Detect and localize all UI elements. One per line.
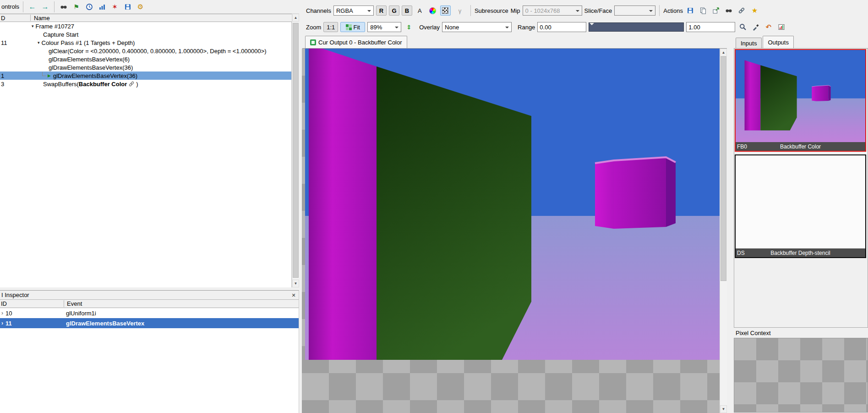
tree-row-draw-36-selected[interactable]: 1 ▶ glDrawElementsBaseVertex(36)	[0, 72, 291, 80]
follow-link-button[interactable]	[737, 6, 747, 16]
toolbar-separator	[659, 5, 660, 16]
nav-back-button[interactable]: ←	[27, 2, 38, 12]
texture-tabbar: Cur Output 0 - Backbuffer Color	[302, 36, 727, 49]
zoom-value: 89%	[370, 24, 382, 31]
event-browser-toolbar-label: ontrols	[1, 3, 19, 10]
texture-scrollbar[interactable]: ▲ ▼	[720, 49, 727, 413]
tab-cur-output[interactable]: Cur Output 0 - Backbuffer Color	[305, 36, 407, 48]
channel-green-button[interactable]: G	[389, 6, 399, 16]
fit-button[interactable]: Fit	[340, 22, 365, 32]
tree-row-capture-start[interactable]: Capture Start	[0, 30, 291, 39]
collapse-icon[interactable]: ▾	[32, 24, 34, 28]
copy-button[interactable]	[698, 6, 709, 16]
tree-row-swapbuffers[interactable]: 3 SwapBuffers( Backbuffer Color )	[0, 80, 291, 88]
column-divider[interactable]	[64, 300, 64, 307]
zoom-select[interactable]: 89%	[367, 22, 401, 32]
histogram-button[interactable]	[776, 22, 786, 32]
tab-outputs[interactable]: Outputs	[763, 36, 794, 48]
toolbar-separator	[23, 1, 23, 12]
save-capture-button[interactable]	[122, 2, 133, 12]
thumbnail-backbuffer-color[interactable]: FB0 Backbuffer Color	[735, 49, 866, 152]
channel-alpha-button[interactable]: A	[415, 6, 425, 16]
event-browser-scrollbar[interactable]: ▲ ▼	[292, 14, 299, 287]
floppy-disk-icon	[687, 7, 694, 14]
autofit-picker-button[interactable]	[750, 22, 761, 32]
range-max-input[interactable]	[686, 22, 735, 32]
mip-select[interactable]: 0 - 1024x768	[523, 6, 582, 16]
scroll-down-button[interactable]: ▼	[292, 280, 299, 287]
scroll-up-button[interactable]: ▲	[720, 49, 727, 56]
current-event-icon: ▶	[48, 73, 51, 78]
mip-value: 0 - 1024x768	[525, 7, 560, 14]
scroll-up-button[interactable]: ▲	[292, 14, 299, 22]
rendered-texture[interactable]	[305, 49, 720, 360]
scrollbar-thumb[interactable]	[293, 23, 299, 278]
overlay-select[interactable]: None	[442, 22, 512, 32]
slice-face-select[interactable]	[614, 6, 655, 16]
reset-range-button[interactable]: ↶	[763, 22, 774, 32]
channels-value: RGBA	[336, 7, 353, 14]
api-row-gluniform[interactable]: › 10 glUniform1i	[0, 308, 299, 318]
texture-viewport[interactable]: ▲ ▼	[302, 49, 727, 413]
checkerboard-icon	[442, 7, 448, 14]
scroll-down-button[interactable]: ▼	[720, 405, 727, 413]
close-icon: ✕	[291, 292, 295, 298]
channels-select[interactable]: RGBA	[333, 6, 374, 16]
api-inspector-titlebar[interactable]: I Inspector ✕	[0, 291, 299, 300]
api-row-gldrawelements[interactable]: › 11 glDrawElementsBaseVertex	[0, 318, 299, 328]
close-button[interactable]: ✕	[290, 292, 297, 299]
tree-row-draw-36[interactable]: glDrawElementsBaseVertex(36)	[0, 63, 291, 72]
time-draws-button[interactable]	[84, 2, 94, 12]
channel-blue-button[interactable]: B	[402, 6, 412, 16]
row-label: glDrawElementsBaseVertex(36)	[49, 64, 133, 71]
row-eid: 3	[0, 81, 30, 88]
asterisk-button[interactable]: ✶	[109, 2, 120, 12]
expand-chevron-icon[interactable]: ›	[0, 310, 5, 316]
stats-button[interactable]	[97, 2, 107, 12]
row-label: glClear(Color = <0.200000, 0.400000, 0.8…	[49, 48, 267, 55]
save-texture-button[interactable]	[685, 6, 696, 16]
pixel-context-title: Pixel Context	[734, 329, 868, 337]
custom-channels-button[interactable]	[427, 6, 438, 16]
thumbnail-slot: FB0	[737, 143, 747, 150]
zoom-range-button[interactable]	[737, 22, 748, 32]
channels-label: Channels	[306, 7, 331, 14]
row-label: Colour Pass #1 (1 Targets + Depth)	[42, 39, 135, 46]
tab-inputs-label: Inputs	[741, 40, 757, 47]
range-slider[interactable]	[589, 22, 684, 32]
settings-button[interactable]: ⚙	[135, 2, 146, 12]
open-texture-button[interactable]	[711, 6, 721, 16]
favorite-button[interactable]: ★	[749, 6, 760, 16]
gamma-button[interactable]: γ	[453, 6, 467, 16]
find-event-button[interactable]	[58, 2, 69, 12]
event-browser-tree: ▾ Frame #10727 Capture Start 11 ▾ Colour…	[0, 22, 292, 287]
thumbnail-backbuffer-depth[interactable]: DS Backbuffer Depth-stencil	[735, 154, 866, 258]
tab-label: Cur Output 0 - Backbuffer Color	[318, 39, 402, 46]
color-wheel-icon	[429, 7, 436, 14]
scrollbar-thumb[interactable]	[721, 56, 726, 281]
tab-inputs[interactable]: Inputs	[736, 38, 762, 48]
texture-tab-icon	[310, 39, 316, 45]
column-divider[interactable]	[30, 15, 31, 21]
channel-red-button[interactable]: R	[376, 6, 387, 16]
nav-forward-button[interactable]: →	[40, 2, 50, 12]
event-browser-toolbar: ontrols ← → ⚑ ✶ ⚙	[0, 0, 299, 14]
range-slider-handle[interactable]	[590, 23, 594, 28]
thumbnail-slot: DS	[737, 250, 745, 256]
tree-row-frame[interactable]: ▾ Frame #10727	[0, 22, 291, 30]
find-texture-button[interactable]	[724, 6, 734, 16]
collapse-icon[interactable]: ▾	[38, 40, 40, 45]
row-eid: 1	[0, 72, 30, 79]
channel-alpha-label: A	[418, 7, 422, 14]
row-label: Capture Start	[43, 31, 78, 38]
checkerboard-background-button[interactable]	[440, 6, 451, 16]
flip-y-button[interactable]: ⇕	[404, 22, 414, 32]
bookmark-button[interactable]: ⚑	[71, 2, 82, 12]
range-min-input[interactable]	[537, 22, 586, 32]
subresource-label: Subresource	[475, 7, 508, 14]
tree-row-glclear[interactable]: glClear(Color = <0.200000, 0.400000, 0.8…	[0, 47, 291, 55]
expand-chevron-icon[interactable]: ›	[0, 320, 5, 326]
tree-row-draw-6[interactable]: glDrawElementsBaseVertex(6)	[0, 55, 291, 63]
zoom-1to1-button[interactable]: 1:1	[323, 22, 338, 32]
tree-row-colour-pass[interactable]: 11 ▾ Colour Pass #1 (1 Targets + Depth)	[0, 39, 291, 47]
